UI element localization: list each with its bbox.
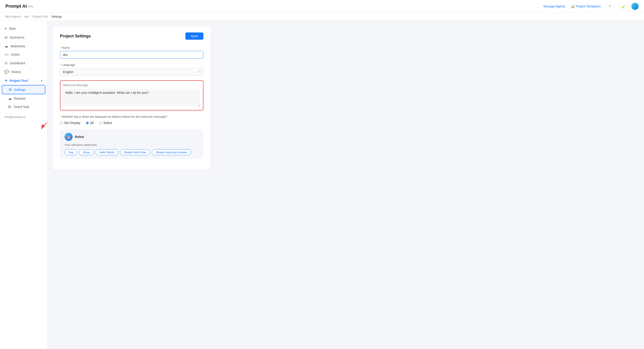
breadcrumb-doc[interactable]: doc — [24, 15, 29, 18]
bot-avatar-icon: 🤖 — [64, 133, 72, 141]
faq-display-field: * Whether faq or flows are displayed as … — [60, 115, 204, 159]
project-tool-icon: ✦ — [4, 78, 8, 83]
sidebar: ≡ Slots ⇄ Synonyms ☁ Webhooks </> Action… — [0, 21, 47, 349]
save-button[interactable]: Save — [185, 32, 204, 40]
display-radio-group: Not Display All Select — [60, 121, 204, 125]
history-icon: 💬 — [4, 70, 9, 74]
bot-header: 🤖 Robot — [64, 133, 199, 141]
bot-statement: Your welcome statement. — [64, 143, 199, 146]
sidebar-item-dashboard[interactable]: ⊙ Dashboard — [0, 58, 47, 68]
sidebar-label-release: Release — [14, 97, 26, 100]
bar-chart-icon: 📊 — [571, 4, 574, 8]
manage-agents-link[interactable]: Manage Agents — [544, 4, 565, 8]
theme-toggle-button[interactable]: 🌙 — [619, 3, 626, 10]
sidebar-item-project-tool[interactable]: ✦ Project Tool ∧ — [0, 76, 47, 85]
action-icon: </> — [4, 53, 9, 56]
webhooks-icon: ☁ — [4, 44, 8, 48]
sidebar-label-synonyms: Synonyms — [10, 36, 24, 39]
logo-title: Prompt AI — [6, 4, 27, 9]
sidebar-item-synonyms[interactable]: ⇄ Synonyms — [0, 33, 47, 42]
chevron-up-icon: ∧ — [40, 79, 42, 82]
synonyms-icon: ⇄ — [4, 35, 8, 40]
language-label: * Language — [60, 63, 204, 66]
bot-preview: 🤖 Robot Your welcome statement. Faq Shop… — [60, 129, 204, 159]
timed-task-icon: ⊟ — [8, 104, 11, 109]
welcome-message-box: Welcome Message Hello, I am your intelli… — [60, 80, 204, 110]
bot-btn-global-intent-flow[interactable]: Global intent flow — [120, 149, 150, 155]
welcome-message-textarea[interactable]: Hello, I am your intelligent assistant. … — [63, 88, 200, 107]
language-select-wrapper: English Chinese Spanish French ▾ — [60, 68, 204, 76]
sidebar-label-timed-task: Timed Task — [13, 105, 29, 109]
settings-icon: ⚙ — [8, 88, 12, 92]
welcome-message-label: Welcome Message — [63, 84, 200, 87]
help-button[interactable]: ? — [606, 3, 613, 10]
sidebar-label-history: History — [11, 70, 21, 74]
sidebar-item-release[interactable]: ☁ Release — [0, 94, 47, 102]
sidebar-label-settings: Settings — [14, 88, 26, 92]
sidebar-item-history[interactable]: 💬 History — [0, 68, 47, 76]
bot-name: Robot — [75, 135, 84, 139]
breadcrumb: My Projects / doc / Project Tool / Setti… — [0, 13, 644, 21]
header-nav: Manage Agents 📊 Project Templates ? 🌙 — [544, 3, 638, 10]
settings-title: Project Settings — [60, 34, 91, 38]
breadcrumb-project-tool[interactable]: Project Tool — [32, 15, 48, 18]
welcome-message-field: Welcome Message Hello, I am your intelli… — [60, 80, 204, 110]
settings-card: Project Settings Save * Name * Language — [53, 26, 210, 170]
bot-btn-shop[interactable]: Shop — [79, 149, 93, 155]
arrow-annotation — [32, 120, 47, 133]
project-templates-link[interactable]: 📊 Project Templates — [571, 4, 601, 8]
main-content: Project Settings Save * Name * Language — [47, 21, 644, 349]
dashboard-icon: ⊙ — [4, 61, 8, 65]
sidebar-label-webhooks: Webhooks — [10, 44, 25, 48]
release-icon: ☁ — [8, 96, 12, 100]
sidebar-label-action: Action — [11, 53, 20, 56]
name-required-star: * — [60, 46, 61, 49]
name-field: * Name — [60, 46, 204, 58]
bot-btn-hello-world[interactable]: Hello World — [96, 149, 118, 155]
sidebar-email: info@promptai.us — [0, 113, 47, 121]
faq-question-label: * Whether faq or flows are displayed as … — [60, 115, 204, 118]
header: Prompt AI Beta Manage Agents 📊 Project T… — [0, 0, 644, 13]
name-input[interactable] — [60, 51, 204, 58]
radio-not-display[interactable]: Not Display — [60, 121, 80, 125]
language-required-star: * — [60, 63, 61, 66]
breadcrumb-my-projects[interactable]: My Projects — [6, 15, 21, 18]
layout: ≡ Slots ⇄ Synonyms ☁ Webhooks </> Action… — [0, 21, 644, 349]
bot-btn-faq[interactable]: Faq — [64, 149, 77, 155]
sidebar-item-webhooks[interactable]: ☁ Webhooks — [0, 42, 47, 50]
sidebar-label-project-tool: Project Tool — [10, 79, 38, 82]
bot-buttons: Faq Shop Hello World Global intent flow … — [64, 149, 199, 155]
sidebar-item-action[interactable]: </> Action — [0, 50, 47, 58]
breadcrumb-settings: Settings — [51, 15, 62, 18]
sidebar-item-settings[interactable]: ⚙ Settings — [2, 85, 45, 94]
sidebar-item-timed-task[interactable]: ⊟ Timed Task — [0, 102, 47, 111]
bot-btn-global-response-answer[interactable]: Global response answer — [152, 149, 191, 155]
language-select[interactable]: English Chinese Spanish French — [60, 68, 204, 76]
sidebar-label-dashboard: Dashboard — [10, 61, 25, 65]
slots-icon: ≡ — [4, 26, 6, 31]
name-label: * Name — [60, 46, 204, 49]
sidebar-label-slots: Slots — [9, 27, 16, 30]
language-field: * Language English Chinese Spanish Frenc… — [60, 63, 204, 76]
sidebar-item-slots[interactable]: ≡ Slots — [0, 24, 47, 33]
logo: Prompt AI Beta — [6, 4, 33, 9]
radio-all[interactable]: All — [86, 121, 94, 125]
user-avatar[interactable] — [631, 3, 638, 10]
radio-select[interactable]: Select — [99, 121, 112, 125]
logo-beta: Beta — [28, 5, 33, 8]
settings-header: Project Settings Save — [60, 32, 204, 40]
